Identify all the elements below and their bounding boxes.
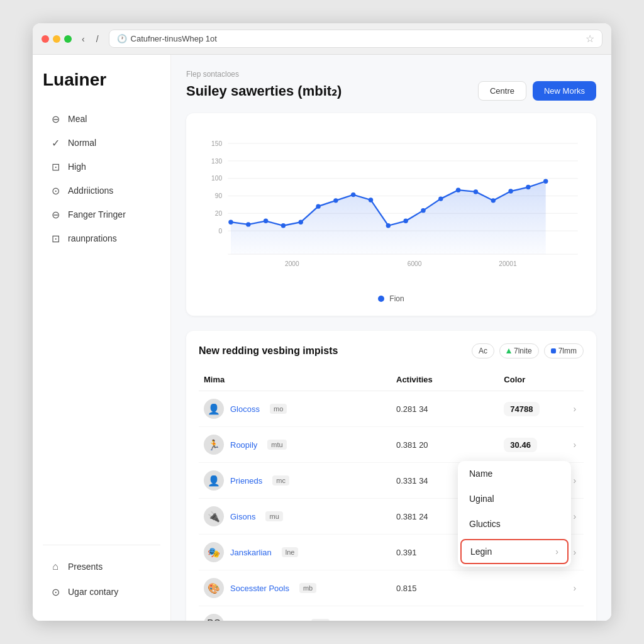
filter-green-icon xyxy=(506,348,511,353)
sidebar-item-normal[interactable]: ✓ Normal xyxy=(43,131,160,154)
svg-point-28 xyxy=(421,208,425,213)
svg-point-26 xyxy=(386,223,391,228)
traffic-lights xyxy=(42,35,72,43)
traffic-light-red[interactable] xyxy=(42,35,49,43)
table-title: New redding vesbing impists xyxy=(199,345,338,357)
sidebar-icon-addriictions: ⊙ xyxy=(49,184,62,197)
svg-point-30 xyxy=(456,187,460,192)
row-chevron-4[interactable]: › xyxy=(574,547,577,557)
sidebar-bottom-label-ugar-contary: Ugar contary xyxy=(68,587,118,597)
traffic-light-yellow[interactable] xyxy=(53,35,60,43)
sidebar: Luainer ⊖ Meal ✓ Normal ⊡ High ⊙ Addriic… xyxy=(33,55,171,621)
sidebar-label-meal: Meal xyxy=(68,114,87,124)
svg-text:90: 90 xyxy=(215,192,223,199)
traffic-light-green[interactable] xyxy=(64,35,72,43)
bookmark-icon[interactable]: ☆ xyxy=(586,33,594,45)
row-avatar-0: 👤 xyxy=(204,399,224,419)
table-row: 🎨 Socesster Pools mb 0.815 › xyxy=(199,570,584,606)
sidebar-bottom-item-presents[interactable]: ⌂ Presents xyxy=(43,555,160,578)
sidebar-icon-normal: ✓ xyxy=(49,136,62,149)
row-avatar-3: 🔌 xyxy=(204,506,224,526)
col-mima: Mima xyxy=(199,369,391,391)
address-bar[interactable]: 🕐 Catufner-tinusWhep 1ot ☆ xyxy=(109,30,602,48)
sidebar-label-raunprations: raunprations xyxy=(68,233,117,243)
sidebar-item-meal[interactable]: ⊖ Meal xyxy=(43,108,160,130)
table-header-row: New redding vesbing impists Ac 7lnite 7l… xyxy=(199,343,584,358)
sidebar-bottom-icon-presents: ⌂ xyxy=(49,560,62,573)
row-chevron-3[interactable]: › xyxy=(574,511,577,521)
sidebar-item-addriictions[interactable]: ⊙ Addriictions xyxy=(43,179,160,202)
legend-dot xyxy=(378,296,384,302)
chart-area: 150 130 100 90 20 0 2000 6000 20001 xyxy=(199,126,584,289)
filter-chip-green[interactable]: 7lnite xyxy=(499,343,539,358)
row-avatar-2: 👤 xyxy=(204,470,224,491)
table-section: New redding vesbing impists Ac 7lnite 7l… xyxy=(186,331,596,621)
row-name-2[interactable]: Prieneds xyxy=(230,476,262,486)
row-name-0[interactable]: Glocoss xyxy=(230,404,260,414)
sidebar-bottom-item-ugar-contary[interactable]: ⊙ Ugar contary xyxy=(43,580,160,603)
svg-point-33 xyxy=(508,189,513,193)
url-text: Catufner-tinusWhep 1ot xyxy=(131,34,217,43)
svg-point-23 xyxy=(333,198,338,203)
page-title: Suiley sawerties (mbit₂) xyxy=(186,83,341,99)
row-name-5[interactable]: Socesster Pools xyxy=(230,584,289,593)
row-name-1[interactable]: Roopily xyxy=(230,440,257,450)
table-row: BS Scharget Clustcoim mlz 0.317 › xyxy=(199,606,584,621)
svg-text:150: 150 xyxy=(211,140,222,147)
row-chevron-2[interactable]: › xyxy=(574,475,577,486)
row-chevron-0[interactable]: › xyxy=(574,404,577,414)
row-tag-6: mlz xyxy=(311,619,330,621)
filter-chip-all[interactable]: Ac xyxy=(472,343,494,358)
context-menu-item-uginal[interactable]: Uginal xyxy=(458,486,571,511)
filter-chip-blue[interactable]: 7lmm xyxy=(544,343,584,358)
context-menu: Name Uginal Gluctics Legin › xyxy=(458,461,571,567)
col-activities: Activities xyxy=(391,369,499,391)
cell-name-5: 🎨 Socesster Pools mb xyxy=(199,570,391,606)
svg-point-35 xyxy=(543,179,548,184)
svg-text:130: 130 xyxy=(211,158,222,165)
svg-text:20001: 20001 xyxy=(499,260,517,267)
row-name-4[interactable]: Janskarlian xyxy=(230,548,272,557)
context-menu-item-name[interactable]: Name xyxy=(458,461,571,486)
context-menu-item-legin[interactable]: Legin › xyxy=(460,539,569,564)
cell-color-0: 74788 xyxy=(499,391,568,427)
row-name-3[interactable]: Gisons xyxy=(230,512,255,521)
cell-chevron-1[interactable]: › xyxy=(569,427,584,463)
forward-button[interactable]: / xyxy=(92,33,103,45)
sidebar-item-high[interactable]: ⊡ High xyxy=(43,155,160,178)
color-badge-1: 30.46 xyxy=(504,438,537,452)
sidebar-bottom-label-presents: Presents xyxy=(68,562,103,572)
cell-name-0: 👤 Glocoss mo xyxy=(199,391,391,427)
new-morks-button[interactable]: New Morks xyxy=(533,81,596,101)
table-head: Mima Activities Color xyxy=(199,369,584,391)
clock-icon: 🕐 xyxy=(117,34,127,43)
context-menu-legin-chevron: › xyxy=(555,547,558,557)
cell-name-3: 🔌 Gisons mu xyxy=(199,499,391,535)
sidebar-item-fanger-tringer[interactable]: ⊖ Fanger Tringer xyxy=(43,203,160,226)
breadcrumb: Flep sontacloes xyxy=(186,70,596,79)
row-avatar-1: 🏃 xyxy=(204,435,224,455)
row-name-6[interactable]: Scharget Clustcoim xyxy=(230,619,301,621)
row-chevron-1[interactable]: › xyxy=(574,440,577,450)
cell-name-6: BS Scharget Clustcoim mlz xyxy=(199,606,391,621)
svg-point-19 xyxy=(264,219,268,223)
cell-chevron-5[interactable]: › xyxy=(569,570,584,606)
row-chevron-6[interactable]: › xyxy=(574,619,577,621)
main-content: Flep sontacloes Suiley sawerties (mbit₂)… xyxy=(171,55,611,621)
cell-chevron-6[interactable]: › xyxy=(569,606,584,621)
filter-blue-icon xyxy=(551,348,556,353)
sidebar-item-raunprations[interactable]: ⊡ raunprations xyxy=(43,227,160,250)
svg-point-22 xyxy=(316,204,320,208)
cell-name-2: 👤 Prieneds mc xyxy=(199,463,391,499)
svg-point-34 xyxy=(526,185,530,189)
back-button[interactable]: ‹ xyxy=(78,33,89,45)
cell-chevron-0[interactable]: › xyxy=(569,391,584,427)
sidebar-label-addriictions: Addriictions xyxy=(68,186,113,196)
centre-button[interactable]: Centre xyxy=(478,81,526,101)
row-chevron-5[interactable]: › xyxy=(574,583,577,593)
chart-section: 150 130 100 90 20 0 2000 6000 20001 xyxy=(186,113,596,316)
context-menu-item-gluctics[interactable]: Gluctics xyxy=(458,511,571,536)
row-tag-1: mtu xyxy=(267,440,286,450)
row-tag-2: mc xyxy=(272,475,289,486)
col-color: Color xyxy=(499,369,568,391)
